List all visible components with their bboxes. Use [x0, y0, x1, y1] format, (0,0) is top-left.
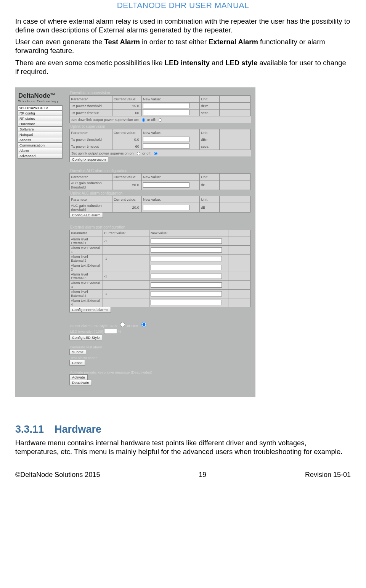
current-value: [103, 263, 149, 272]
nav-software[interactable]: Software: [18, 127, 63, 132]
col-unit: Unit:: [200, 196, 220, 203]
ext-alarm-4-level-input[interactable]: [151, 291, 222, 296]
col-parameter: Parameter: [70, 129, 112, 136]
ext-alarm-2-text-input[interactable]: [151, 265, 222, 270]
logo-tm: TM: [50, 92, 55, 96]
param-label: Alarm level External 1: [70, 237, 103, 245]
nav-rf-config[interactable]: RF config: [18, 111, 63, 116]
col-parameter: Parameter: [70, 196, 112, 203]
footer-page-number: 19: [199, 471, 206, 479]
ext-alarm-3-level-input[interactable]: [151, 274, 222, 279]
ext-alarm-1-level-input[interactable]: [151, 238, 222, 244]
current-value: [103, 298, 149, 307]
led-style-das-radio[interactable]: [120, 322, 125, 327]
generate-test-alarm-label: Generate test alarm: [70, 345, 253, 349]
dl-sup-on-radio[interactable]: [142, 118, 145, 122]
param-label: Alarm text External 1: [70, 245, 103, 254]
ext-alarm-4-text-input[interactable]: [151, 300, 222, 305]
downlink-supervision-table: Parameter Current value: New value: Unit…: [69, 95, 250, 116]
section-uplink-supervision: Uplink tx supervision: [70, 124, 253, 129]
col-new-value: New value:: [142, 95, 200, 102]
col-current-value: Current value:: [103, 230, 149, 237]
page-footer: ©DeltaNode Solutions 2015 19 Revision 15…: [15, 470, 351, 479]
param-label: ALC gain reduction threshold: [70, 180, 112, 190]
section-3-3-11-heading: 3.3.11Hardware: [15, 424, 351, 435]
nav-notepad[interactable]: Notepad: [18, 132, 63, 137]
cease-test-alarm-button[interactable]: Cease: [69, 360, 85, 366]
nav-alarm[interactable]: Alarm: [18, 148, 63, 153]
col-parameter: Parameter: [70, 173, 112, 180]
col-parameter: Parameter: [70, 95, 112, 102]
tx-power-threshold-input[interactable]: [143, 103, 189, 108]
logo: DeltaNodeTM Wireless Technology: [15, 90, 69, 104]
current-value: -1: [103, 272, 149, 280]
device-id-input[interactable]: [18, 105, 63, 111]
ext-alarm-1-text-input[interactable]: [151, 247, 222, 253]
config-tx-supervision-button[interactable]: Config tx supervision: [69, 156, 108, 162]
col-unit: Unit:: [200, 173, 220, 180]
bold-led-style: LED style: [225, 59, 257, 67]
unit: dB: [200, 180, 220, 190]
col-current-value: Current value:: [112, 129, 142, 136]
param-label: Tx power threshold: [70, 102, 112, 109]
submit-test-alarm-button[interactable]: Submit: [69, 349, 86, 355]
bold-external-alarm: External Alarm: [209, 38, 258, 46]
col-new-value: New value:: [149, 230, 228, 237]
label: or off:: [141, 151, 151, 155]
config-ui-screenshot: DeltaNodeTM Wireless Technology RF confi…: [15, 87, 255, 397]
label: or off:: [146, 118, 156, 122]
text: and: [210, 59, 225, 67]
unit: dB: [200, 203, 220, 212]
current-value: 15.0: [112, 102, 142, 109]
ul-sup-on-radio[interactable]: [137, 152, 140, 155]
led-intensity-row: LED Intensity: ( 100) %: [70, 329, 253, 334]
side-nav: RF config RF status Hardware Software No…: [18, 105, 66, 159]
col-spacer: [220, 95, 250, 102]
nav-rf-status[interactable]: RF status: [18, 116, 63, 121]
led-style-dxr-radio[interactable]: [141, 322, 146, 327]
current-value: -1: [103, 289, 149, 298]
uplink-supervision-toggle: Set uplink output power supervision on: …: [69, 150, 251, 156]
external-alarm-table: Parameter Current value: New value: Alar…: [69, 230, 250, 307]
document-title: DELTANODE DHR USER MANUAL: [15, 1, 351, 10]
unit: secs.: [200, 143, 220, 150]
led-intensity-input[interactable]: [104, 329, 117, 334]
ul-tx-power-threshold-input[interactable]: [143, 137, 189, 142]
dl-sup-off-radio[interactable]: [159, 118, 162, 122]
uplink-alc-table: Parameter Current value: New value: Unit…: [69, 196, 250, 213]
label: Set uplink output power supervision on:: [71, 151, 135, 155]
param-label: Alarm text External 3: [70, 280, 103, 289]
unit: dBm: [200, 136, 220, 143]
config-external-alarms-button[interactable]: Config external alarms: [69, 307, 111, 313]
col-new-value: New value:: [142, 173, 200, 180]
col-parameter: Parameter: [70, 230, 103, 237]
unit: secs.: [200, 109, 220, 116]
current-value: 60: [112, 109, 142, 116]
ul-alc-threshold-input[interactable]: [143, 205, 189, 210]
tx-power-timeout-input[interactable]: [143, 110, 189, 115]
col-new-value: New value:: [142, 129, 200, 136]
deactivate-keepalive-button[interactable]: Deactivate: [69, 380, 92, 385]
ul-tx-power-timeout-input[interactable]: [143, 143, 189, 149]
param-label: ALC gain reduction threshold: [70, 203, 112, 212]
label: Select Alarm LED Style: DAS: [70, 324, 117, 328]
nav-communication[interactable]: Communication: [18, 143, 63, 148]
current-value: [103, 245, 149, 254]
config-led-style-button[interactable]: Config LED Style: [69, 335, 102, 340]
config-alc-alarm-button[interactable]: Config ALC alarm: [69, 212, 103, 218]
unit: dBm: [200, 102, 220, 109]
bold-led-intensity: LED intensity: [165, 59, 210, 67]
current-value: 60: [112, 143, 142, 150]
text: User can even generate the: [15, 38, 104, 46]
nav-access[interactable]: Access: [18, 137, 63, 143]
activate-keepalive-button[interactable]: Activate: [69, 374, 88, 380]
param-label: Alarm level External 3: [70, 272, 103, 280]
ext-alarm-2-level-input[interactable]: [151, 256, 222, 261]
current-value: [103, 280, 149, 289]
ul-sup-off-radio[interactable]: [154, 152, 157, 155]
nav-advanced[interactable]: Advanced: [18, 153, 63, 159]
nav-hardware[interactable]: Hardware: [18, 121, 63, 127]
current-value: -1: [103, 237, 149, 245]
ext-alarm-3-text-input[interactable]: [151, 282, 222, 288]
dl-alc-threshold-input[interactable]: [143, 182, 189, 188]
